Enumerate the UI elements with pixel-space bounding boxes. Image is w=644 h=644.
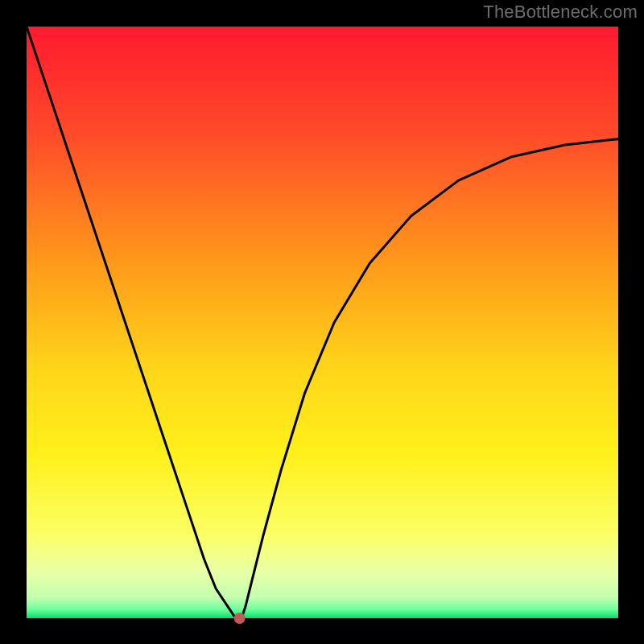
chart-container: TheBottleneck.com bbox=[0, 0, 644, 644]
optimal-point-marker bbox=[234, 613, 246, 624]
bottleneck-chart bbox=[0, 0, 644, 644]
plot-background bbox=[27, 27, 618, 618]
watermark-text: TheBottleneck.com bbox=[483, 2, 638, 23]
